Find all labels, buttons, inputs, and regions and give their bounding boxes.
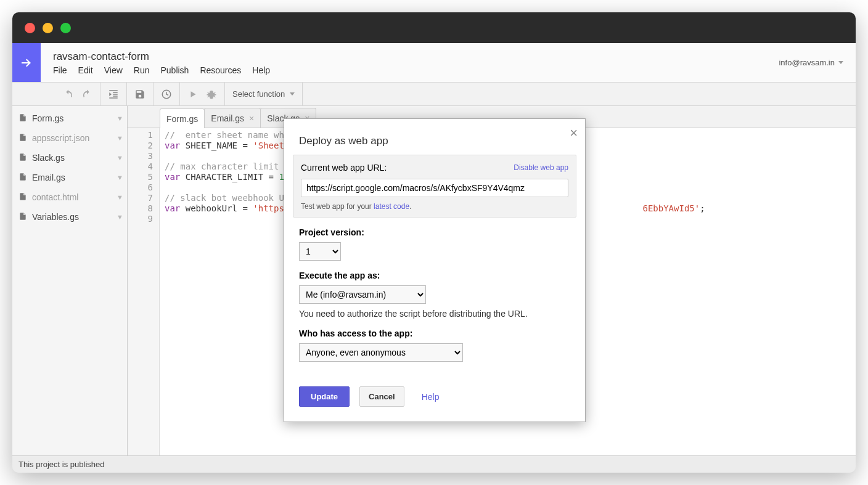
menu-edit[interactable]: Edit	[78, 65, 93, 75]
file-item[interactable]: appsscript.json▼	[12, 128, 127, 148]
authorize-hint: You need to authorize the script before …	[299, 309, 570, 319]
menu-run[interactable]: Run	[134, 65, 150, 75]
undo-button[interactable]	[59, 86, 78, 103]
app-header: ravsam-contact-form FileEditViewRunPubli…	[12, 43, 856, 83]
file-menu-caret[interactable]: ▼	[117, 115, 123, 122]
execute-as-select[interactable]: Me (info@ravsam.in)	[299, 285, 426, 304]
file-menu-caret[interactable]: ▼	[117, 213, 123, 221]
save-icon	[134, 89, 145, 100]
file-icon	[18, 192, 27, 203]
titlebar	[12, 12, 856, 43]
tab[interactable]: Email.gs×	[204, 108, 261, 128]
file-icon	[18, 113, 27, 124]
select-function-label: Select function	[232, 89, 285, 99]
file-item[interactable]: Variables.gs▼	[12, 207, 127, 227]
clock-icon	[161, 89, 172, 100]
file-name: Slack.gs	[32, 153, 65, 163]
file-name: appsscript.json	[32, 133, 89, 143]
execute-label: Execute the app as:	[299, 271, 570, 280]
indent-icon	[108, 89, 119, 100]
project-title[interactable]: ravsam-contact-form	[53, 51, 779, 63]
select-function-dropdown[interactable]: Select function	[225, 83, 303, 105]
undo-icon	[63, 89, 74, 100]
triggers-button[interactable]	[157, 86, 176, 103]
file-icon	[18, 133, 27, 144]
header-main: ravsam-contact-form FileEditViewRunPubli…	[41, 43, 779, 82]
fullscreen-window-button[interactable]	[60, 23, 71, 33]
statusbar: This project is published	[12, 455, 856, 473]
access-section: Who has access to the app: Anyone, even …	[284, 319, 585, 362]
gutter: 123456789	[128, 128, 160, 455]
close-window-button[interactable]	[25, 23, 35, 33]
user-menu[interactable]: info@ravsam.in	[779, 43, 856, 82]
play-icon	[189, 90, 197, 99]
caret-down-icon	[838, 61, 843, 64]
tab-label: Form.gs	[166, 114, 198, 124]
app-window: ravsam-contact-form FileEditViewRunPubli…	[12, 12, 856, 473]
caret-down-icon	[290, 92, 295, 96]
access-select[interactable]: Anyone, even anonymous	[299, 343, 463, 362]
version-section: Project version: 1	[284, 218, 585, 261]
file-name: Email.gs	[32, 173, 65, 182]
file-name: Variables.gs	[32, 212, 79, 222]
bug-icon	[206, 89, 217, 100]
debug-button[interactable]	[202, 86, 221, 103]
url-hint: Test web app for your latest code.	[301, 202, 568, 211]
menu-resources[interactable]: Resources	[200, 65, 241, 75]
disable-webapp-link[interactable]: Disable web app	[514, 163, 568, 172]
file-icon	[18, 153, 27, 163]
version-label: Project version:	[299, 227, 570, 237]
file-item[interactable]: Slack.gs▼	[12, 148, 127, 168]
modal-title: Deploy as web app	[284, 119, 585, 155]
save-button[interactable]	[131, 86, 149, 103]
version-select[interactable]: 1	[299, 242, 341, 261]
toolbar: Select function	[12, 83, 856, 106]
file-name: Form.gs	[32, 113, 63, 123]
cancel-button[interactable]: Cancel	[359, 386, 404, 407]
modal-url-section: Current web app URL: Disable web app htt…	[293, 155, 576, 218]
latest-code-link[interactable]: latest code	[374, 202, 409, 211]
run-button[interactable]	[184, 86, 202, 103]
file-menu-caret[interactable]: ▼	[117, 194, 123, 201]
file-item[interactable]: Email.gs▼	[12, 168, 127, 187]
menu-publish[interactable]: Publish	[160, 65, 189, 75]
file-icon	[18, 173, 27, 183]
menu-help[interactable]: Help	[252, 65, 270, 75]
execute-section: Execute the app as: Me (info@ravsam.in) …	[284, 261, 585, 319]
statusbar-text: This project is published	[18, 460, 104, 469]
tab[interactable]: Form.gs	[160, 108, 205, 128]
tab-label: Email.gs	[211, 113, 244, 123]
tab-close-icon[interactable]: ×	[249, 113, 254, 123]
file-menu-caret[interactable]: ▼	[117, 134, 123, 142]
minimize-window-button[interactable]	[43, 23, 53, 33]
url-label: Current web app URL:	[301, 163, 387, 173]
indent-button[interactable]	[104, 86, 123, 103]
modal-close-button[interactable]: ×	[570, 125, 578, 141]
file-item[interactable]: contact.html▼	[12, 187, 127, 207]
menu-file[interactable]: File	[53, 65, 67, 75]
file-name: contact.html	[32, 192, 78, 202]
redo-button[interactable]	[78, 86, 96, 103]
update-button[interactable]: Update	[299, 386, 350, 407]
menubar: FileEditViewRunPublishResourcesHelp	[53, 65, 779, 75]
file-menu-caret[interactable]: ▼	[117, 174, 123, 181]
menu-view[interactable]: View	[104, 65, 123, 75]
help-link[interactable]: Help	[422, 392, 440, 402]
webapp-url-input[interactable]: https://script.google.com/macros/s/AKfyc…	[301, 179, 568, 197]
sidebar: Form.gs▼appsscript.json▼Slack.gs▼Email.g…	[12, 106, 128, 455]
access-label: Who has access to the app:	[299, 328, 570, 338]
app-logo	[12, 43, 41, 82]
redo-icon	[81, 89, 92, 100]
deploy-modal: × Deploy as web app Current web app URL:…	[284, 118, 586, 422]
modal-actions: Update Cancel Help	[284, 362, 585, 422]
user-email: info@ravsam.in	[779, 58, 835, 67]
file-icon	[18, 212, 27, 222]
file-item[interactable]: Form.gs▼	[12, 108, 127, 128]
file-menu-caret[interactable]: ▼	[117, 154, 123, 161]
arrow-right-icon	[19, 55, 34, 70]
